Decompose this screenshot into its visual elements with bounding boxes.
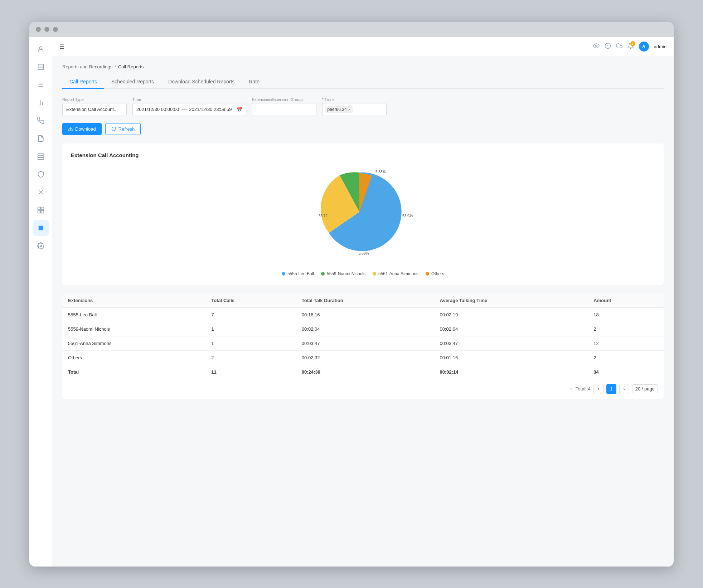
col-total-calls: Total Calls: [205, 293, 296, 308]
svg-point-0: [39, 47, 42, 49]
notification-count: 1: [630, 41, 635, 46]
svg-rect-16: [41, 207, 44, 210]
legend-dot-naomi: [321, 272, 325, 276]
tab-rate[interactable]: Rate: [242, 75, 267, 89]
trunk-tag-close[interactable]: ×: [348, 107, 350, 112]
browser-chrome: [29, 22, 674, 37]
legend-label-others: Others: [431, 271, 444, 276]
tab-download-scheduled-reports[interactable]: Download Scheduled Reports: [161, 75, 242, 89]
date-separator: —: [181, 106, 187, 113]
info-icon[interactable]: [605, 43, 611, 51]
total-row: Total 11 00:24:39 00:02:14 34: [62, 365, 664, 379]
svg-rect-1: [38, 64, 43, 69]
total-duration: 00:24:39: [296, 365, 434, 379]
cell-duration-2: 00:03:47: [296, 336, 434, 350]
svg-rect-15: [38, 207, 40, 210]
sidebar-item-analytics[interactable]: [33, 95, 49, 111]
label-naomi: 5.06%: [359, 252, 369, 256]
sidebar-item-shield[interactable]: [33, 166, 49, 182]
report-type-select[interactable]: Extension Call Account...: [62, 103, 127, 116]
legend-dot-others: [426, 272, 429, 276]
sidebar-item-list[interactable]: [33, 77, 49, 93]
minimize-traffic-light[interactable]: [44, 27, 49, 32]
main-content: ☰ 1 A admi: [52, 37, 674, 567]
label-others: 5.88%: [375, 170, 386, 174]
sidebar-item-settings[interactable]: [33, 238, 49, 254]
chart-container: 5.88% 35.12 53.94% 5.06% 5555-Leo Ball: [71, 165, 655, 276]
svg-point-20: [595, 45, 597, 47]
cloud-icon[interactable]: [616, 43, 622, 51]
cell-extension-3: Others: [62, 350, 205, 365]
table-row: 5559-Naomi Nichols 1 00:02:04 00:02:04 2: [62, 322, 664, 336]
tab-scheduled-reports[interactable]: Scheduled Reports: [104, 75, 161, 89]
legend-dot-anna: [373, 272, 376, 276]
cell-amount-0: 18: [588, 307, 664, 322]
legend-label-anna: 5561-Anna Simmons: [378, 271, 418, 276]
calendar-icon[interactable]: 📅: [236, 107, 242, 112]
notification-bell[interactable]: 1: [627, 43, 634, 50]
next-page-button[interactable]: ›: [619, 384, 629, 394]
legend-label-leo: 5555-Leo Ball: [287, 271, 314, 276]
legend-others: Others: [426, 271, 444, 276]
pagination: ○ Total :4 ‹ 1 › 20 / page: [62, 379, 664, 399]
sidebar-item-contacts[interactable]: [33, 59, 49, 75]
sidebar-item-phone[interactable]: [33, 113, 49, 128]
time-label: Time: [132, 97, 246, 102]
page-size-select[interactable]: 20 / page: [632, 384, 658, 393]
cell-calls-0: 7: [205, 307, 296, 322]
sidebar-item-tools[interactable]: [33, 184, 49, 200]
total-amount: 34: [588, 365, 664, 379]
sidebar-item-user[interactable]: [33, 41, 49, 57]
pie-chart: 5.88% 35.12 53.94% 5.06%: [306, 165, 420, 266]
date-start: 2021/12/30 00:00:00: [136, 107, 179, 112]
actions-row: Download Refresh: [62, 123, 664, 135]
extensions-filter: Extensions/Extension Groups: [252, 97, 316, 116]
cell-extension-0: 5555-Leo Ball: [62, 307, 205, 322]
table-row: 5555-Leo Ball 7 00:16:16 00:02:19 18: [62, 307, 664, 322]
sidebar-item-plugin[interactable]: [33, 202, 49, 218]
prev-page-button[interactable]: ‹: [593, 384, 603, 394]
breadcrumb-separator: /: [115, 64, 116, 69]
date-range-picker[interactable]: 2021/12/30 00:00:00 — 2021/12/30 23:59:5…: [132, 103, 246, 116]
chart-section: Extension Call Accounting: [62, 144, 664, 285]
svg-rect-17: [38, 210, 40, 213]
label-leo: 53.94%: [402, 214, 413, 218]
total-label: Total: [62, 365, 205, 379]
sidebar-item-server[interactable]: [33, 149, 49, 164]
breadcrumb-current: Call Reports: [118, 64, 144, 69]
svg-rect-11: [38, 156, 44, 157]
sidebar: [29, 37, 52, 567]
table-body: 5555-Leo Ball 7 00:16:16 00:02:19 18 555…: [62, 307, 664, 379]
page-1-button[interactable]: 1: [606, 384, 616, 394]
sidebar-item-reports[interactable]: [33, 220, 49, 236]
refresh-button[interactable]: Refresh: [105, 123, 141, 135]
cell-duration-0: 00:16:16: [296, 307, 434, 322]
svg-rect-18: [41, 210, 44, 213]
legend-leo-ball: 5555-Leo Ball: [282, 271, 314, 276]
time-filter: Time 2021/12/30 00:00:00 — 2021/12/30 23…: [132, 97, 246, 116]
download-icon: [68, 126, 73, 131]
trunk-tag: peer66.34 ×: [325, 106, 353, 113]
trunk-input[interactable]: peer66.34 ×: [322, 103, 387, 116]
menu-icon[interactable]: ☰: [59, 43, 64, 50]
maximize-traffic-light[interactable]: [53, 27, 58, 32]
sidebar-item-document[interactable]: [33, 131, 49, 146]
trunk-filter: * Trunk peer66.34 ×: [322, 97, 387, 116]
download-button[interactable]: Download: [62, 123, 102, 135]
table-row: 5561-Anna Simmons 1 00:03:47 00:03:47 12: [62, 336, 664, 350]
breadcrumb-parent[interactable]: Reports and Recordings: [62, 64, 112, 69]
avatar[interactable]: A: [639, 42, 649, 52]
table-row: Others 2 00:02:32 00:01:16 2: [62, 350, 664, 365]
extensions-input[interactable]: [252, 103, 316, 116]
cell-avg-3: 00:01:16: [434, 350, 588, 365]
svg-rect-10: [38, 154, 44, 155]
close-traffic-light[interactable]: [36, 27, 41, 32]
tab-call-reports[interactable]: Call Reports: [62, 75, 104, 89]
label-anna: 35.12: [319, 214, 328, 218]
cell-amount-1: 2: [588, 322, 664, 336]
cell-avg-0: 00:02:19: [434, 307, 588, 322]
cell-extension-2: 5561-Anna Simmons: [62, 336, 205, 350]
cell-amount-2: 12: [588, 336, 664, 350]
col-extensions: Extensions: [62, 293, 205, 308]
eye-icon[interactable]: [593, 43, 600, 51]
